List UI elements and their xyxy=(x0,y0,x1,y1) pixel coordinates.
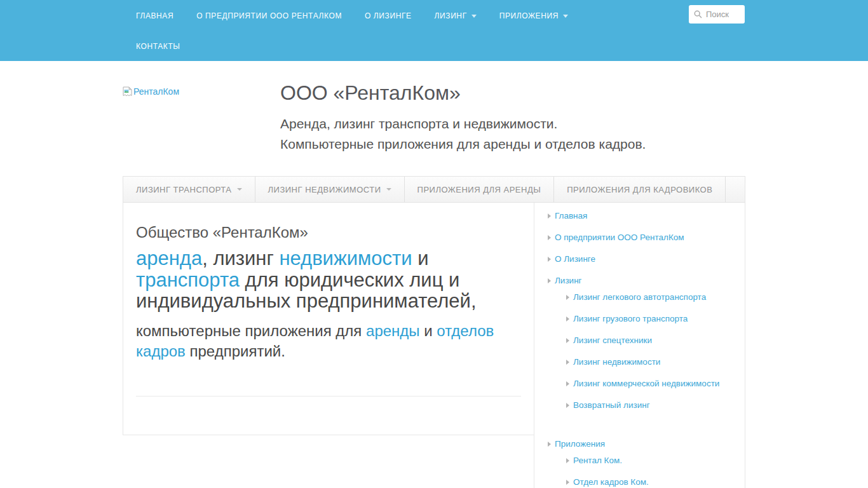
main-nav-row-2: КОНТАКТЫ xyxy=(123,30,745,61)
sidebar-link-commercial-realestate-leasing[interactable]: Лизинг коммерческой недвижимости xyxy=(573,379,719,388)
intro-text: , лизинг xyxy=(202,247,279,269)
triangle-bullet-icon xyxy=(548,278,551,283)
nav-item-leasing-label: ЛИЗИНГ xyxy=(435,11,467,20)
intro-paragraph-large: аренда, лизинг недвижимости и транспорта… xyxy=(136,248,521,312)
sidebar-menu: Главная О предприятии ООО РенталКом О Ли… xyxy=(548,211,738,488)
intro-text: предприятий. xyxy=(186,342,285,360)
link-arendy[interactable]: аренды xyxy=(366,322,420,339)
triangle-bullet-icon xyxy=(548,214,551,219)
sidebar-item-leasing: Лизинг Лизинг легкового автотранспорта Л… xyxy=(548,276,738,427)
sidebar-link-leasing[interactable]: Лизинг xyxy=(555,276,582,285)
sidebar-subitem: Лизинг коммерческой недвижимости xyxy=(566,379,738,388)
main-area: Общество «РенталКом» аренда, лизинг недв… xyxy=(123,203,745,488)
sidebar-subitem: Возвратный лизинг xyxy=(566,400,738,410)
top-header-bar: ГЛАВНАЯО ПРЕДПРИЯТИИ ООО РЕНТАЛКОМО ЛИЗИ… xyxy=(0,0,868,61)
site-title: ООО «РенталКом» xyxy=(280,81,745,105)
search-icon xyxy=(694,10,702,18)
sidebar-link-truck-leasing[interactable]: Лизинг грузового транспорта xyxy=(573,314,688,323)
header-container: ГЛАВНАЯО ПРЕДПРИЯТИИ ООО РЕНТАЛКОМО ЛИЗИ… xyxy=(123,0,745,61)
triangle-bullet-icon xyxy=(566,458,569,463)
triangle-bullet-icon xyxy=(566,381,569,386)
sidebar-link-leaseback[interactable]: Возвратный лизинг xyxy=(573,400,650,410)
tab-rental-apps[interactable]: ПРИЛОЖЕНИЯ ДЛЯ АРЕНДЫ xyxy=(405,177,555,202)
nav-item-applications[interactable]: ПРИЛОЖЕНИЯ xyxy=(488,1,580,31)
intro-text: и xyxy=(412,247,429,269)
nav-item-contacts[interactable]: КОНТАКТЫ xyxy=(125,31,192,62)
tab-label: ЛИЗИНГ НЕДВИЖИМОСТИ xyxy=(268,185,381,194)
triangle-bullet-icon xyxy=(548,235,551,240)
triangle-bullet-icon xyxy=(548,442,551,447)
nav-item-about-company[interactable]: О ПРЕДПРИЯТИИ ООО РЕНТАЛКОМ xyxy=(185,1,353,31)
sidebar-subitem: Отдел кадров Ком. xyxy=(566,477,738,487)
sidebar-submenu-leasing: Лизинг легкового автотранспорта Лизинг г… xyxy=(566,292,738,427)
sidebar-item-home: Главная xyxy=(548,211,738,220)
triangle-bullet-icon xyxy=(566,360,569,365)
sidebar-item-about-company: О предприятии ООО РенталКом xyxy=(548,233,738,242)
link-transporta[interactable]: транспорта xyxy=(136,269,240,291)
main-nav-row-1: ГЛАВНАЯО ПРЕДПРИЯТИИ ООО РЕНТАЛКОМО ЛИЗИ… xyxy=(123,0,745,30)
triangle-bullet-icon xyxy=(566,480,569,485)
tab-hr-apps[interactable]: ПРИЛОЖЕНИЯ ДЛЯ КАДРОВИКОВ xyxy=(554,177,726,202)
tabbar-filler xyxy=(726,177,745,202)
intro-text: и xyxy=(420,322,437,339)
sidebar-link-home[interactable]: Главная xyxy=(555,211,587,220)
nav-item-leasing[interactable]: ЛИЗИНГ xyxy=(423,1,488,31)
tagline-line-1: Аренда, лизинг транспорта и недвижимости… xyxy=(280,116,557,131)
sidebar-link-about-leasing[interactable]: О Лизинге xyxy=(555,254,595,264)
triangle-bullet-icon xyxy=(566,295,569,300)
sidebar-link-about-company[interactable]: О предприятии ООО РенталКом xyxy=(555,233,684,242)
sidebar-link-applications[interactable]: Приложения xyxy=(555,439,605,449)
intro-paragraph-small: компьютерные приложения для аренды и отд… xyxy=(136,321,521,362)
site-head: ООО «РенталКом» Аренда, лизинг транспорт… xyxy=(123,61,745,154)
nav-item-home[interactable]: ГЛАВНАЯ xyxy=(125,1,185,31)
triangle-bullet-icon xyxy=(566,338,569,343)
page-title: Общество «РенталКом» xyxy=(136,224,521,241)
tab-label: ПРИЛОЖЕНИЯ ДЛЯ КАДРОВИКОВ xyxy=(567,185,712,194)
tab-label: ПРИЛОЖЕНИЯ ДЛЯ АРЕНДЫ xyxy=(417,185,541,194)
triangle-bullet-icon xyxy=(566,403,569,408)
branding-section: РенталКом ООО «РенталКом» Аренда, лизинг… xyxy=(123,61,745,176)
chevron-down-icon xyxy=(237,188,242,191)
sidebar-subitem: Рентал Ком. xyxy=(566,456,738,465)
content-divider xyxy=(136,396,521,396)
tagline-line-2: Компьютерные приложения для аренды и отд… xyxy=(280,137,646,151)
tab-vehicle-leasing[interactable]: ЛИЗИНГ ТРАНСПОРТА xyxy=(123,177,255,202)
link-arenda[interactable]: аренда xyxy=(136,247,202,269)
sidebar-subitem: Лизинг спецтехники xyxy=(566,336,738,345)
section-tabbar: ЛИЗИНГ ТРАНСПОРТА ЛИЗИНГ НЕДВИЖИМОСТИ ПР… xyxy=(123,176,745,203)
tab-label: ЛИЗИНГ ТРАНСПОРТА xyxy=(136,185,232,194)
sidebar-subitem: Лизинг недвижимости xyxy=(566,357,738,367)
site-tagline: Аренда, лизинг транспорта и недвижимости… xyxy=(280,114,745,154)
search-box xyxy=(689,5,745,24)
chevron-down-icon xyxy=(386,188,391,191)
tab-realestate-leasing[interactable]: ЛИЗИНГ НЕДВИЖИМОСТИ xyxy=(255,177,405,202)
sidebar-subitem: Лизинг грузового транспорта xyxy=(566,314,738,323)
sidebar-link-hr-com[interactable]: Отдел кадров Ком. xyxy=(573,477,649,487)
triangle-bullet-icon xyxy=(566,316,569,322)
sidebar-link-car-leasing[interactable]: Лизинг легкового автотранспорта xyxy=(573,292,706,302)
chevron-down-icon xyxy=(471,15,477,18)
nav-item-applications-label: ПРИЛОЖЕНИЯ xyxy=(499,11,559,20)
intro-text: компьютерные приложения для xyxy=(136,322,366,339)
sidebar-column: Главная О предприятии ООО РенталКом О Ли… xyxy=(534,203,745,488)
sidebar-item-about-leasing: О Лизинге xyxy=(548,254,738,264)
sidebar-item-applications: Приложения Рентал Ком. Отдел кадров Ком. xyxy=(548,439,738,488)
sidebar-link-realestate-leasing[interactable]: Лизинг недвижимости xyxy=(573,357,660,367)
sidebar-link-rental-com[interactable]: Рентал Ком. xyxy=(573,456,622,465)
logo-alt-text: РенталКом xyxy=(133,86,179,97)
sidebar-submenu-applications: Рентал Ком. Отдел кадров Ком. xyxy=(566,456,738,488)
nav-item-about-leasing[interactable]: О ЛИЗИНГЕ xyxy=(353,1,423,31)
sidebar-link-special-equipment-leasing[interactable]: Лизинг спецтехники xyxy=(573,336,652,345)
triangle-bullet-icon xyxy=(548,257,551,262)
link-nedvizhimosti[interactable]: недвижимости xyxy=(279,247,412,269)
chevron-down-icon xyxy=(563,15,568,18)
content-column: Общество «РенталКом» аренда, лизинг недв… xyxy=(123,203,534,435)
broken-image-icon xyxy=(123,86,132,97)
site-logo[interactable]: РенталКом xyxy=(123,86,179,97)
sidebar-subitem: Лизинг легкового автотранспорта xyxy=(566,292,738,302)
